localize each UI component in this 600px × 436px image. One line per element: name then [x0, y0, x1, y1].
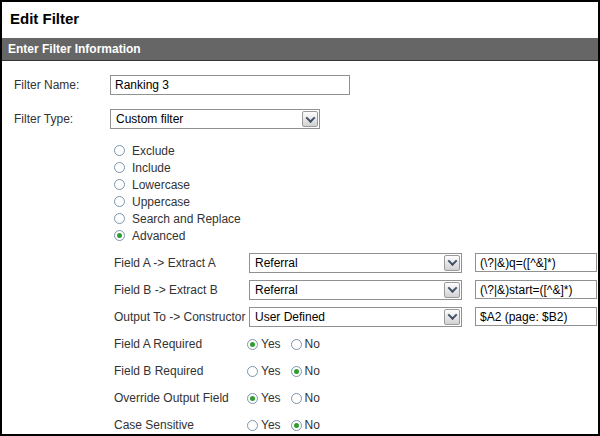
field-b-label: Field B -> Extract B	[114, 283, 249, 297]
field-a-label: Field A -> Extract A	[114, 256, 249, 270]
case-sensitive-group: Yes No	[247, 418, 330, 432]
yes-label: Yes	[261, 418, 281, 432]
field-b-select-value: Referral	[255, 283, 298, 297]
field-a-required-yes-radio[interactable]	[247, 339, 258, 350]
field-a-select[interactable]: Referral	[249, 253, 462, 273]
field-b-extract-input[interactable]	[475, 280, 597, 299]
field-b-required-row: Field B Required Yes No	[114, 361, 598, 381]
option-label: Search and Replace	[132, 212, 241, 226]
override-output-yes-radio[interactable]	[247, 393, 258, 404]
chevron-down-icon[interactable]	[444, 309, 460, 325]
radio-icon[interactable]	[114, 179, 125, 190]
no-label: No	[305, 364, 320, 378]
case-sensitive-yes-radio[interactable]	[247, 420, 258, 431]
filter-name-row: Filter Name:	[14, 75, 598, 95]
field-a-row: Field A -> Extract A Referral	[114, 252, 598, 273]
field-a-required-row: Field A Required Yes No	[114, 334, 598, 354]
radio-option-lowercase[interactable]: Lowercase	[114, 176, 598, 193]
yes-label: Yes	[261, 337, 281, 351]
chevron-down-icon[interactable]	[444, 282, 460, 298]
field-a-required-group: Yes No	[247, 337, 330, 351]
filter-type-row: Filter Type: Custom filter	[14, 109, 598, 129]
radio-icon[interactable]	[114, 213, 125, 224]
field-b-required-no-radio[interactable]	[291, 366, 302, 377]
field-a-required-no-radio[interactable]	[291, 339, 302, 350]
override-output-no-radio[interactable]	[291, 393, 302, 404]
output-to-select[interactable]: User Defined	[249, 307, 462, 327]
case-sensitive-row: Case Sensitive Yes No	[114, 415, 598, 435]
filter-type-select-value: Custom filter	[116, 112, 183, 126]
override-output-group: Yes No	[247, 391, 330, 405]
radio-option-uppercase[interactable]: Uppercase	[114, 193, 598, 210]
yes-label: Yes	[261, 391, 281, 405]
output-to-row: Output To -> Constructor User Defined	[114, 306, 598, 327]
option-label: Exclude	[132, 144, 175, 158]
no-label: No	[305, 391, 320, 405]
field-a-required-label: Field A Required	[114, 337, 247, 351]
radio-icon[interactable]	[114, 196, 125, 207]
override-output-label: Override Output Field	[114, 391, 247, 405]
option-label: Uppercase	[132, 195, 190, 209]
output-to-select-value: User Defined	[255, 310, 325, 324]
yes-no-rows: Field A Required Yes No Field B Required…	[2, 334, 598, 435]
filter-type-label: Filter Type:	[14, 112, 110, 126]
field-b-required-label: Field B Required	[114, 364, 247, 378]
radio-icon[interactable]	[114, 230, 125, 241]
case-sensitive-label: Case Sensitive	[114, 418, 247, 432]
radio-option-search-replace[interactable]: Search and Replace	[114, 210, 598, 227]
option-label: Lowercase	[132, 178, 190, 192]
chevron-down-icon[interactable]	[444, 255, 460, 271]
chevron-down-icon[interactable]	[302, 111, 318, 127]
no-label: No	[305, 418, 320, 432]
filter-type-select[interactable]: Custom filter	[110, 109, 320, 129]
field-a-extract-input[interactable]	[475, 253, 597, 272]
edit-filter-panel: Edit Filter Enter Filter Information Fil…	[0, 0, 600, 436]
filter-name-label: Filter Name:	[14, 78, 110, 92]
field-b-required-group: Yes No	[247, 364, 330, 378]
case-sensitive-no-radio[interactable]	[291, 420, 302, 431]
field-b-row: Field B -> Extract B Referral	[114, 279, 598, 300]
field-b-required-yes-radio[interactable]	[247, 366, 258, 377]
field-extract-rows: Field A -> Extract A Referral Field B ->…	[2, 252, 598, 327]
radio-icon[interactable]	[114, 162, 125, 173]
page-title: Edit Filter	[10, 10, 598, 28]
filter-type-options: Exclude Include Lowercase Uppercase Sear…	[114, 142, 598, 244]
override-output-row: Override Output Field Yes No	[114, 388, 598, 408]
output-constructor-input[interactable]	[475, 307, 597, 326]
section-header: Enter Filter Information	[2, 38, 598, 61]
output-to-label: Output To -> Constructor	[114, 310, 249, 324]
yes-label: Yes	[261, 364, 281, 378]
radio-option-exclude[interactable]: Exclude	[114, 142, 598, 159]
radio-icon[interactable]	[114, 145, 125, 156]
radio-option-advanced[interactable]: Advanced	[114, 227, 598, 244]
radio-option-include[interactable]: Include	[114, 159, 598, 176]
field-a-select-value: Referral	[255, 256, 298, 270]
filter-name-input[interactable]	[110, 75, 350, 95]
no-label: No	[305, 337, 320, 351]
option-label: Advanced	[132, 229, 185, 243]
field-b-select[interactable]: Referral	[249, 280, 462, 300]
option-label: Include	[132, 161, 171, 175]
